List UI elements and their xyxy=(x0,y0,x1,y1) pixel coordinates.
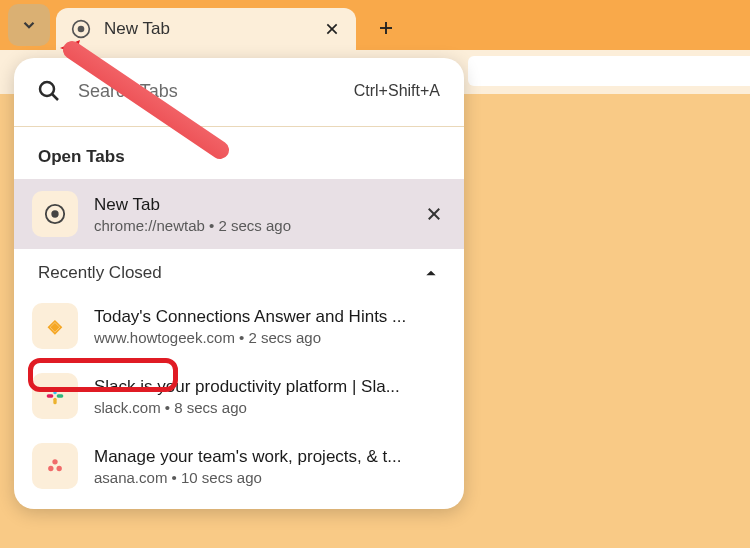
svg-marker-12 xyxy=(426,271,435,276)
chevron-down-icon xyxy=(20,16,38,34)
item-text: New Tab chrome://newtab • 2 secs ago xyxy=(94,195,406,234)
asana-icon xyxy=(45,456,65,476)
recently-closed-item[interactable]: ◈ Today's Connections Answer and Hints .… xyxy=(14,291,464,361)
chevron-up-icon xyxy=(424,266,438,280)
item-title: New Tab xyxy=(94,195,406,215)
svg-point-6 xyxy=(40,82,54,96)
item-title: Manage your team's work, projects, & t..… xyxy=(94,447,446,467)
new-tab-button[interactable] xyxy=(366,8,406,48)
close-item-button[interactable] xyxy=(422,202,446,226)
item-subtitle: slack.com • 8 secs ago xyxy=(94,399,446,416)
recently-closed-item[interactable]: Slack is your productivity platform | Sl… xyxy=(14,361,464,431)
favicon-box xyxy=(32,373,78,419)
svg-rect-16 xyxy=(47,394,54,397)
favicon-box: ◈ xyxy=(32,303,78,349)
svg-rect-14 xyxy=(57,394,64,397)
svg-point-17 xyxy=(52,459,57,464)
search-row: Ctrl+Shift+A xyxy=(14,58,464,126)
item-text: Slack is your productivity platform | Sl… xyxy=(94,377,446,416)
close-tab-button[interactable] xyxy=(322,19,342,39)
svg-point-1 xyxy=(78,26,85,33)
tab-search-button[interactable] xyxy=(8,4,50,46)
tab-search-panel: Ctrl+Shift+A Open Tabs New Tab chrome://… xyxy=(14,58,464,509)
browser-tab[interactable]: New Tab xyxy=(56,8,356,50)
svg-rect-13 xyxy=(53,388,56,395)
item-subtitle: www.howtogeek.com • 2 secs ago xyxy=(94,329,446,346)
collapse-toggle[interactable] xyxy=(422,264,440,282)
recently-closed-label: Recently Closed xyxy=(38,263,162,283)
svg-rect-15 xyxy=(53,398,56,405)
plus-icon xyxy=(377,19,395,37)
favicon-box xyxy=(32,191,78,237)
svg-point-19 xyxy=(57,466,62,471)
open-tab-item[interactable]: New Tab chrome://newtab • 2 secs ago xyxy=(14,179,464,249)
item-text: Manage your team's work, projects, & t..… xyxy=(94,447,446,486)
svg-point-18 xyxy=(48,466,53,471)
tab-title: New Tab xyxy=(104,19,322,39)
item-text: Today's Connections Answer and Hints ...… xyxy=(94,307,446,346)
search-shortcut: Ctrl+Shift+A xyxy=(354,82,440,100)
search-icon xyxy=(36,78,62,104)
open-tabs-heading: Open Tabs xyxy=(14,127,464,179)
svg-line-7 xyxy=(52,94,58,100)
recently-closed-header[interactable]: Recently Closed xyxy=(14,257,464,291)
recently-closed-item[interactable]: Manage your team's work, projects, & t..… xyxy=(14,431,464,509)
item-subtitle: chrome://newtab • 2 secs ago xyxy=(94,217,406,234)
tab-strip: New Tab xyxy=(0,0,750,50)
search-input[interactable] xyxy=(78,81,354,102)
chrome-icon xyxy=(44,203,66,225)
howtogeek-icon: ◈ xyxy=(48,315,62,337)
close-icon xyxy=(324,21,340,37)
item-subtitle: asana.com • 10 secs ago xyxy=(94,469,446,486)
svg-point-9 xyxy=(51,210,58,217)
close-icon xyxy=(425,205,443,223)
slack-icon xyxy=(45,386,65,406)
favicon-box xyxy=(32,443,78,489)
item-title: Today's Connections Answer and Hints ... xyxy=(94,307,446,327)
item-title: Slack is your productivity platform | Sl… xyxy=(94,377,446,397)
chrome-icon xyxy=(70,18,92,40)
